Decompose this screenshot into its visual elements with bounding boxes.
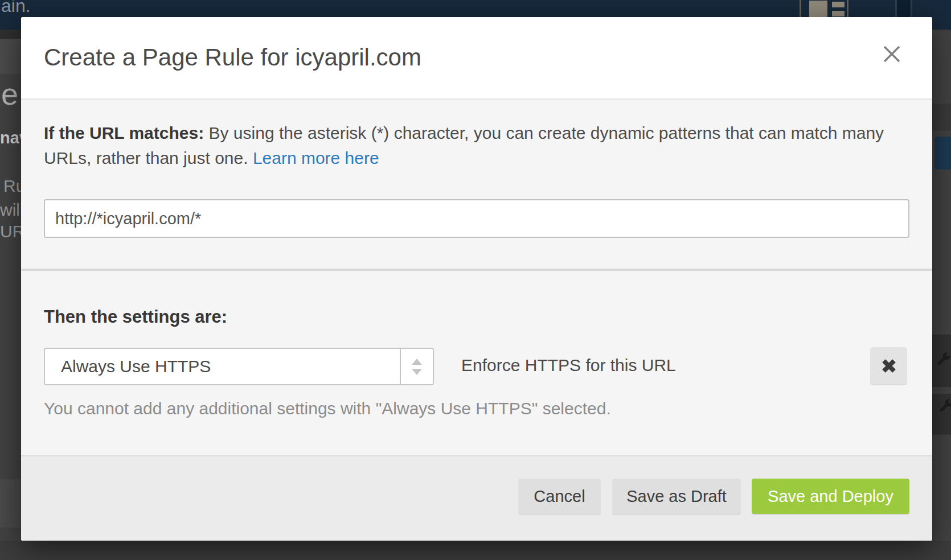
background-heading-fragment: e xyxy=(1,76,18,112)
background-band xyxy=(0,39,21,74)
modal-header: Create a Page Rule for icyapril.com xyxy=(21,17,932,100)
background-button-fragment xyxy=(934,137,951,170)
screen: ain. e nav Ru will UR Create a Page Rule… xyxy=(0,0,951,560)
settings-heading: Then the settings are: xyxy=(44,307,227,327)
remove-icon xyxy=(880,357,897,374)
save-and-deploy-button[interactable]: Save and Deploy xyxy=(752,479,909,514)
select-stepper[interactable] xyxy=(400,349,433,384)
modal-footer: Cancel Save as Draft Save and Deploy xyxy=(21,455,932,541)
stepper-up-icon xyxy=(412,359,422,365)
background-band xyxy=(932,104,951,131)
section-divider xyxy=(21,269,932,271)
background-band xyxy=(0,479,21,528)
background-domain-text-fragment: ain. xyxy=(1,0,31,17)
background-band xyxy=(0,30,21,39)
cards-icon-square xyxy=(809,1,827,19)
cards-icon-bar xyxy=(832,11,845,17)
background-band xyxy=(0,541,951,560)
save-as-draft-button[interactable]: Save as Draft xyxy=(612,479,741,514)
url-matches-paragraph: If the URL matches: By using the asteris… xyxy=(44,121,892,171)
wrench-icon xyxy=(937,398,951,415)
cancel-button[interactable]: Cancel xyxy=(518,479,601,514)
remove-setting-button[interactable] xyxy=(870,347,907,384)
create-page-rule-modal: Create a Page Rule for icyapril.com If t… xyxy=(21,17,932,541)
setting-select-value: Always Use HTTPS xyxy=(61,349,211,384)
stepper-down-icon xyxy=(412,369,422,375)
wrench-icon xyxy=(935,352,951,369)
url-matches-label: If the URL matches: xyxy=(44,123,204,142)
close-button[interactable] xyxy=(879,41,905,67)
close-icon xyxy=(883,45,901,63)
learn-more-link[interactable]: Learn more here xyxy=(253,149,379,167)
cards-icon-bar xyxy=(832,2,845,7)
background-text-fragment: will xyxy=(0,200,24,220)
page-title: Create a Page Rule for icyapril.com xyxy=(44,44,421,71)
setting-select[interactable]: Always Use HTTPS xyxy=(44,348,434,385)
settings-note: You cannot add any additional settings w… xyxy=(44,399,611,418)
url-pattern-input[interactable] xyxy=(44,199,909,238)
setting-description: Enforce HTTPS for this URL xyxy=(461,356,676,375)
